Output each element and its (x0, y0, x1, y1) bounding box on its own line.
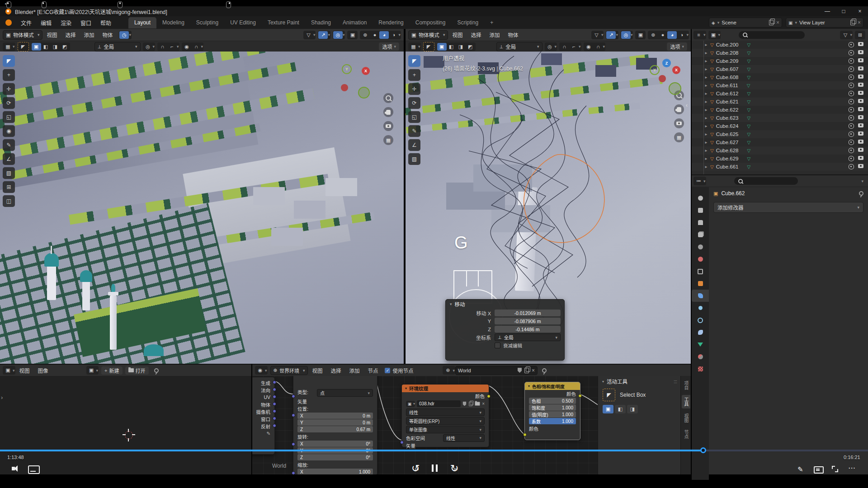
viewport-right-orientation-dropdown[interactable]: ⊥ 全局▾ (496, 42, 542, 52)
object-name[interactable]: Cube.621 (716, 99, 739, 104)
shading-rendered-icon[interactable]: ◑ (389, 31, 398, 39)
transform-orientation-icon[interactable]: ◷ (119, 31, 129, 39)
expand-icon[interactable]: ► (704, 67, 708, 71)
ortho-toggle-icon[interactable]: ▦ (383, 135, 393, 145)
view-layer-selector[interactable]: ▣▾ View Layer × (786, 18, 863, 28)
expand-icon[interactable]: ► (704, 75, 708, 80)
properties-tab-render[interactable] (692, 204, 709, 216)
tool-annotate[interactable]: ✎ (408, 125, 420, 137)
menu-window[interactable]: 窗口 (80, 19, 91, 27)
factor-field[interactable]: 系数1.000 (529, 418, 576, 424)
expand-icon[interactable]: ► (704, 165, 708, 169)
video-timeline[interactable] (0, 450, 868, 451)
eyedropper-icon[interactable]: ✎ (252, 430, 274, 437)
gizmo-x-axis[interactable]: X (362, 67, 370, 75)
disable-render-icon[interactable] (858, 164, 863, 168)
drag-handle-icon[interactable]: :::: (674, 379, 677, 384)
close-button[interactable]: × (852, 6, 868, 16)
maximize-button[interactable]: □ (835, 6, 852, 16)
gizmo-x-axis[interactable]: X (672, 66, 680, 74)
select-mode-extend-icon[interactable]: ◧ (41, 43, 51, 51)
snap-target-icon[interactable]: ⌐ (569, 43, 579, 51)
active-tool-icon[interactable]: ◤ (19, 43, 28, 51)
tool-move[interactable]: ✛ (408, 83, 420, 95)
expand-icon[interactable]: ► (704, 132, 708, 136)
shading-solid-icon[interactable]: ● (658, 31, 667, 39)
vector-input-socket[interactable] (400, 441, 404, 444)
value-field[interactable]: 值(明度)1.000 (529, 411, 576, 418)
tab-scripting[interactable]: Scripting (451, 17, 484, 28)
move-x-field[interactable]: -0.012069 m (495, 310, 561, 316)
snap-magnet-icon[interactable]: ∩ (158, 43, 167, 51)
viewport-left-mode-dropdown[interactable]: ▣ 物体模式▾ (3, 30, 42, 40)
shading-material-icon[interactable]: ◕ (379, 31, 389, 39)
new-scene-icon[interactable] (769, 20, 774, 25)
expand-icon[interactable]: ► (704, 149, 708, 153)
select-mode-subtract-icon[interactable]: ◨ (51, 43, 60, 51)
disable-render-icon[interactable] (858, 140, 863, 144)
hide-viewport-icon[interactable] (849, 156, 854, 161)
gizmos-toggle-icon[interactable]: ↗ (318, 31, 328, 39)
tool-cursor[interactable]: + (408, 69, 420, 81)
tool-select-box[interactable]: ◤ (408, 55, 420, 67)
viewport-right-menu-select[interactable]: 选择 (471, 31, 481, 38)
tab-rendering[interactable]: Rendering (373, 17, 409, 28)
outliner-row[interactable]: ►▽Cube.608▽ (692, 73, 868, 81)
object-name[interactable]: Cube.208 (716, 50, 739, 56)
tab-compositing[interactable]: Compositing (410, 17, 452, 28)
add-modifier-dropdown[interactable]: 添加修改器 ▾ (713, 202, 863, 213)
world-data-icon[interactable]: ⊕ (443, 366, 453, 374)
location-z-field[interactable]: Z0.67 m (297, 426, 373, 432)
properties-tab-material[interactable] (692, 351, 709, 363)
texture-coordinate-node[interactable]: 生成 法向 UV 物体 摄像机 窗口 反射 ✎ (252, 377, 275, 455)
tool-select-box[interactable]: ◤ (3, 55, 15, 67)
collapse-icon[interactable]: ▾ (405, 386, 407, 390)
properties-tab-modifiers[interactable] (692, 290, 709, 302)
outliner-row[interactable]: ►▽Cube.611▽ (692, 81, 868, 89)
shading-rendered-icon[interactable]: ◑ (677, 31, 686, 39)
n-tab-item[interactable]: 项目 (682, 379, 690, 392)
source-dropdown[interactable]: 单张图像▾ (406, 426, 485, 433)
hide-viewport-icon[interactable] (849, 148, 854, 153)
select-mode-new-icon[interactable]: ▣ (437, 43, 447, 51)
colorspace-dropdown[interactable]: 线性▾ (443, 434, 485, 442)
color-output-socket[interactable] (487, 394, 491, 398)
n-tab-node[interactable]: 节点 (682, 427, 690, 441)
properties-tab-texture[interactable] (692, 363, 709, 375)
viewport-left-menu-select[interactable]: 选择 (65, 31, 75, 38)
rotation-x-field[interactable]: X0° (297, 441, 373, 447)
menu-file[interactable]: 文件 (21, 19, 32, 27)
saturation-field[interactable]: 饱和度1.000 (529, 404, 576, 411)
tab-animation[interactable]: Animation (337, 17, 373, 28)
tool-add-cube[interactable]: ▧ (3, 167, 15, 179)
outliner-search-input[interactable] (739, 31, 805, 39)
image-menu-view[interactable]: 视图 (19, 367, 30, 374)
tab-shading[interactable]: Shading (305, 17, 337, 28)
object-name[interactable]: Cube.612 (716, 91, 739, 96)
select-mode-extend-icon[interactable]: ◧ (447, 43, 456, 51)
properties-tab-object-data[interactable] (692, 338, 709, 351)
proportional-editing-checkbox[interactable] (495, 343, 500, 348)
viewport-left-menu-object[interactable]: 物体 (102, 31, 113, 38)
shader-menu-add[interactable]: 添加 (349, 367, 359, 374)
outliner-row[interactable]: ►▽Cube.612▽ (692, 89, 868, 98)
scene-selector[interactable]: ◈▾ Scene × (709, 18, 782, 28)
outliner-row[interactable]: ►▽Cube.622▽ (692, 106, 868, 114)
outliner-row[interactable]: ►▽Cube.629▽ (692, 155, 868, 163)
vector-input-socket[interactable] (292, 394, 295, 398)
outliner-row[interactable]: ►▽Cube.607▽ (692, 65, 868, 73)
outliner-row[interactable]: ►▽Cube.623▽ (692, 114, 868, 122)
rotation-input-socket[interactable] (292, 442, 295, 446)
pause-button[interactable] (430, 465, 439, 472)
properties-tab-object[interactable] (692, 277, 709, 290)
tool-rotate[interactable]: ⟳ (408, 97, 420, 109)
outliner-row[interactable]: ►▽Cube.200▽ (692, 41, 868, 49)
object-name[interactable]: Cube.661 (716, 164, 739, 169)
tool-scale[interactable]: ◱ (408, 111, 420, 123)
menu-help[interactable]: 帮助 (100, 19, 111, 27)
output-socket[interactable] (273, 388, 276, 391)
hide-viewport-icon[interactable] (849, 42, 854, 47)
editor-type-icon[interactable]: ▦ (3, 43, 13, 51)
annotate-video-icon[interactable]: ✎ (797, 465, 803, 474)
properties-editor-type-icon[interactable]: ≔ (694, 177, 703, 185)
